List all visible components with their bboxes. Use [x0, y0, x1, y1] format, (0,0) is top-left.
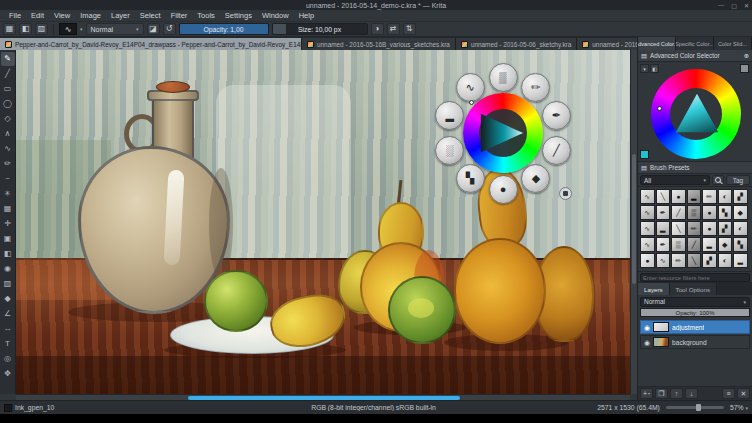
- brush-preset[interactable]: ∿: [640, 189, 655, 204]
- freehand-path-tool[interactable]: ✏: [1, 157, 15, 171]
- crop-tool[interactable]: ▣: [1, 232, 15, 246]
- measure-tool[interactable]: ↔: [1, 322, 15, 336]
- layer-opacity-slider[interactable]: Opacity: 100%: [640, 308, 750, 317]
- assistants-tool[interactable]: ∠: [1, 307, 15, 321]
- fill-tool[interactable]: ◆: [1, 292, 15, 306]
- polygon-tool[interactable]: ◇: [1, 112, 15, 126]
- search-icon[interactable]: [712, 175, 724, 185]
- multibrush-tool[interactable]: ✳: [1, 187, 15, 201]
- brush-preset[interactable]: ◆: [718, 237, 733, 252]
- bezier-curve-tool[interactable]: ∿: [1, 142, 15, 156]
- menu-item[interactable]: View: [49, 11, 75, 20]
- pan-tool[interactable]: ✥: [1, 367, 15, 381]
- menu-item[interactable]: Image: [75, 11, 106, 20]
- brush-preset[interactable]: ✒: [656, 237, 671, 252]
- layer-properties-button[interactable]: ≡: [722, 388, 735, 399]
- freehand-brush-tool[interactable]: ✎: [1, 52, 15, 66]
- color-sampler-tool[interactable]: ◉: [1, 262, 15, 276]
- brush-preset[interactable]: ▒: [687, 205, 702, 220]
- brush-preset[interactable]: ╲: [671, 221, 686, 236]
- visibility-icon[interactable]: ◉: [644, 339, 650, 346]
- menu-item[interactable]: Settings: [220, 11, 257, 20]
- palette-brush-preset[interactable]: ▒: [489, 63, 518, 92]
- brush-preset[interactable]: ╲: [687, 253, 702, 268]
- brush-preset[interactable]: ╱: [671, 205, 686, 220]
- palette-brush-preset[interactable]: ✒: [542, 101, 571, 130]
- tag-button[interactable]: Tag: [726, 175, 750, 185]
- docker-menu-icon[interactable]: ▤: [641, 52, 647, 59]
- document-tab[interactable]: unnamed - 2016-05-16B_various_sketches.k…: [302, 38, 456, 50]
- document-tab[interactable]: Pepper-and-Carrot_by_David-Revoy_E14P04_…: [0, 38, 302, 50]
- menu-item[interactable]: Select: [135, 11, 166, 20]
- line-tool[interactable]: ╱: [1, 67, 15, 81]
- eraser-mode-icon[interactable]: ◪: [147, 23, 160, 35]
- vertical-scrollbar-thumb[interactable]: [632, 154, 636, 284]
- minimize-button[interactable]: —: [718, 2, 724, 8]
- brush-preset[interactable]: ◐: [733, 221, 748, 236]
- brush-preset[interactable]: ▂: [702, 237, 717, 252]
- brush-preset[interactable]: ●: [702, 205, 717, 220]
- canvas-view[interactable]: ▒✏✒╱◆●▚░▂∿: [16, 50, 630, 394]
- current-color-swatch[interactable]: [640, 150, 649, 159]
- brush-preset[interactable]: ✏: [687, 221, 702, 236]
- layer-blending-dropdown[interactable]: Normal ▾: [640, 297, 750, 307]
- brush-preset[interactable]: ▚: [718, 205, 733, 220]
- previous-color-swatch[interactable]: [740, 64, 749, 73]
- gradients-icon[interactable]: ◧: [19, 23, 32, 35]
- resource-search-input[interactable]: [640, 273, 750, 282]
- opacity-slider[interactable]: Opacity: 1,00: [179, 23, 269, 35]
- menu-item[interactable]: Window: [257, 11, 294, 20]
- brush-preset[interactable]: ▂: [687, 189, 702, 204]
- flow-icon[interactable]: ◑: [371, 23, 384, 35]
- brush-preset[interactable]: ◐: [718, 189, 733, 204]
- palette-brush-preset[interactable]: ░: [435, 136, 464, 165]
- tab-color-sliders[interactable]: Color Slid...: [714, 37, 752, 50]
- menu-item[interactable]: File: [4, 11, 26, 20]
- layer-row[interactable]: ◉ background: [640, 335, 750, 349]
- mirror-vertical-icon[interactable]: ⇅: [403, 23, 416, 35]
- menu-item[interactable]: Tools: [192, 11, 220, 20]
- size-slider[interactable]: Size: 10,00 px: [272, 23, 368, 35]
- brush-preset[interactable]: ╲: [656, 189, 671, 204]
- polyline-tool[interactable]: ∧: [1, 127, 15, 141]
- tab-layers[interactable]: Layers: [638, 283, 670, 295]
- brush-preset[interactable]: ∿: [656, 253, 671, 268]
- brush-preset[interactable]: ●: [640, 253, 655, 268]
- visibility-icon[interactable]: ◉: [644, 324, 650, 331]
- palette-brush-preset[interactable]: ●: [489, 175, 518, 204]
- palette-brush-preset[interactable]: ∿: [456, 73, 485, 102]
- titlebar[interactable]: unnamed - 2016-05-14_demo-c.kra * — Krit…: [0, 0, 752, 10]
- palette-tag-button[interactable]: [559, 187, 572, 200]
- menu-item[interactable]: Filter: [166, 11, 193, 20]
- menu-item[interactable]: Help: [294, 11, 319, 20]
- workspaces-icon[interactable]: ▦: [3, 23, 16, 35]
- brush-preset-preview[interactable]: ∿: [59, 23, 77, 35]
- zoom-level[interactable]: 57% ▾: [730, 404, 748, 411]
- palette-brush-preset[interactable]: ✏: [521, 73, 550, 102]
- brush-preset[interactable]: ▞: [718, 221, 733, 236]
- brush-preset[interactable]: ▞: [702, 253, 717, 268]
- brush-preset[interactable]: ▞: [733, 189, 748, 204]
- brush-preset[interactable]: ▒: [671, 237, 686, 252]
- document-tab[interactable]: unnamed - 2016-05-14_demo-c.kra: [577, 38, 637, 50]
- palette-brush-preset[interactable]: ▂: [435, 101, 464, 130]
- tab-tool-options[interactable]: Tool Options: [670, 283, 717, 295]
- maximize-button[interactable]: ▢: [731, 2, 737, 9]
- current-brush[interactable]: Ink_gpen_10: [4, 404, 150, 412]
- close-button[interactable]: ✕: [744, 2, 749, 9]
- pattern-edit-tool[interactable]: ▨: [1, 277, 15, 291]
- menu-item[interactable]: Edit: [26, 11, 49, 20]
- brush-preset[interactable]: ◐: [718, 253, 733, 268]
- brush-preset[interactable]: ▂: [656, 221, 671, 236]
- brush-preset[interactable]: ∿: [640, 237, 655, 252]
- tag-filter-dropdown[interactable]: All ▾: [640, 175, 710, 185]
- reload-preset-icon[interactable]: ↺: [163, 23, 176, 35]
- add-layer-button[interactable]: + ▾: [640, 388, 653, 399]
- menu-item[interactable]: Layer: [106, 11, 135, 20]
- dynamic-brush-tool[interactable]: ~: [1, 172, 15, 186]
- layer-row[interactable]: ◉ adjustment: [640, 320, 750, 334]
- text-tool[interactable]: T: [1, 337, 15, 351]
- selector-shape-button[interactable]: ▾: [640, 64, 649, 73]
- brush-preset[interactable]: ✒: [656, 205, 671, 220]
- brush-preset[interactable]: ∿: [640, 205, 655, 220]
